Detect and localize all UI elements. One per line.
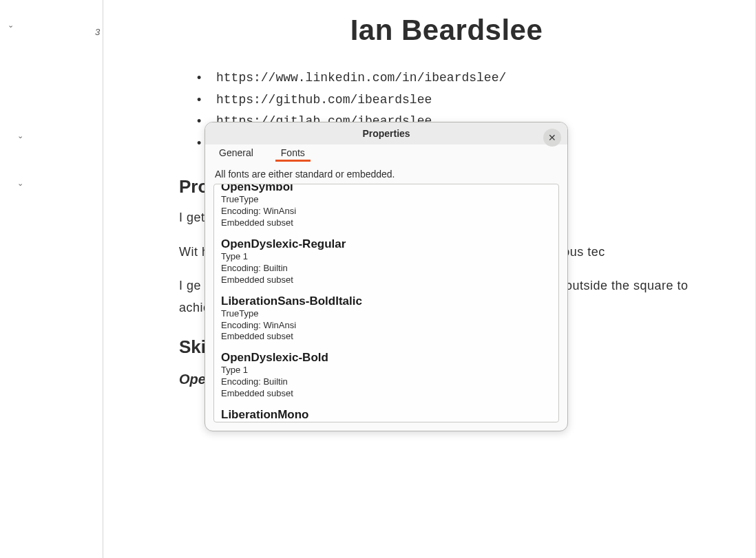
font-name: OpenDyslexic-Bold — [221, 351, 552, 365]
dialog-tabs: General Fonts — [205, 144, 567, 162]
dialog-title: Properties — [362, 128, 410, 139]
font-meta: Embedded subset — [221, 388, 552, 400]
close-icon: ✕ — [548, 132, 556, 143]
font-meta: TrueType — [221, 308, 552, 320]
font-meta: TrueType — [221, 194, 552, 206]
font-meta: Type 1 — [221, 251, 552, 263]
font-meta: Encoding: WinAnsi — [221, 206, 552, 217]
font-entry[interactable]: LiberationMono — [214, 403, 558, 422]
dialog-header[interactable]: Properties ✕ — [205, 122, 567, 144]
properties-dialog: Properties ✕ General Fonts All fonts are… — [204, 122, 568, 431]
doc-title: Ian Beardslee — [179, 14, 714, 47]
chevron-down-icon[interactable]: ⌄ — [15, 131, 25, 140]
font-meta: Encoding: WinAnsi — [221, 320, 552, 332]
outline-sidebar: User Ment…2⌄Work Experie…3Catalyst.Net3N… — [0, 0, 103, 558]
font-entry[interactable]: OpenSymbolTrueTypeEncoding: WinAnsiEmbed… — [214, 184, 558, 232]
font-list[interactable]: OpenSymbolTrueTypeEncoding: WinAnsiEmbed… — [213, 184, 559, 422]
font-meta: Embedded subset — [221, 275, 552, 286]
outline-page: 8 — [40, 203, 103, 227]
chevron-down-icon[interactable]: ⌄ — [15, 179, 25, 188]
font-meta: Embedded subset — [221, 217, 552, 229]
font-name: LiberationMono — [221, 408, 552, 422]
tab-general[interactable]: General — [213, 144, 259, 162]
link-item[interactable]: https://www.linkedin.com/in/ibeardslee/ — [189, 67, 714, 89]
link-item[interactable]: https://github.com/ibeardslee — [189, 89, 714, 111]
font-name: LiberationSans-BoldItalic — [221, 294, 552, 308]
outline-item[interactable]: Home Net…8 — [0, 207, 103, 223]
font-entry[interactable]: LiberationSans-BoldItalicTrueTypeEncodin… — [214, 289, 558, 346]
font-entry[interactable]: OpenDyslexic-RegularType 1Encoding: Buil… — [214, 232, 558, 289]
chevron-down-icon[interactable]: ⌄ — [6, 21, 15, 30]
font-meta: Encoding: Builtin — [221, 376, 552, 388]
font-meta: Encoding: Builtin — [221, 263, 552, 275]
font-name: OpenSymbol — [221, 184, 552, 194]
font-name: OpenDyslexic-Regular — [221, 237, 552, 251]
font-meta: Type 1 — [221, 365, 552, 376]
close-button[interactable]: ✕ — [543, 129, 561, 147]
font-entry[interactable]: OpenDyslexic-BoldType 1Encoding: Builtin… — [214, 345, 558, 403]
fonts-hint: All fonts are either standard or embedde… — [213, 169, 559, 180]
tab-fonts[interactable]: Fonts — [275, 144, 311, 162]
font-meta: Embedded subset — [221, 331, 552, 343]
